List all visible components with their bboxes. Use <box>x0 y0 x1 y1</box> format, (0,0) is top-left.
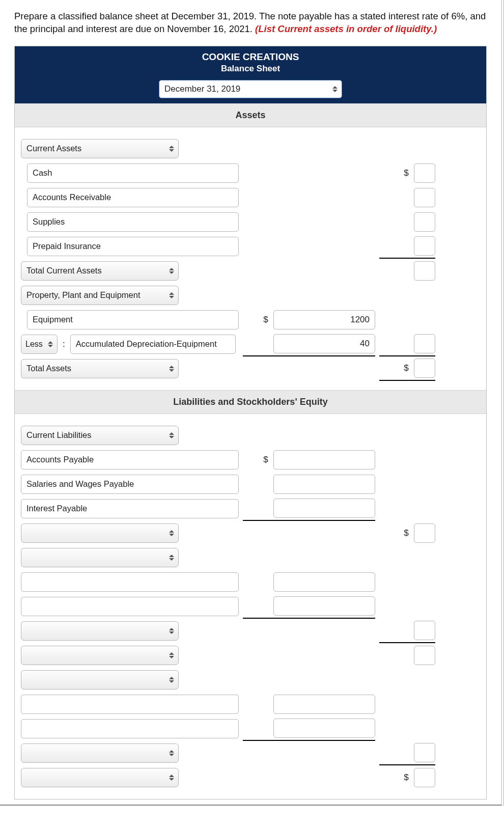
stepper-icon <box>331 84 339 95</box>
select-ta[interactable]: Total Assets <box>21 359 179 378</box>
date-bar: December 31, 2019 <box>15 80 486 103</box>
amount-blank-3[interactable] <box>414 621 435 640</box>
input-ar[interactable]: Accounts Receivable <box>27 188 239 207</box>
input-ip[interactable]: Interest Payable <box>21 499 239 518</box>
input-blank-2[interactable] <box>21 597 239 616</box>
label-ppe: Property, Plant and Equipment <box>26 290 141 300</box>
company-name: COOKIE CREATIONS <box>15 51 486 63</box>
amount-prepaid[interactable] <box>414 236 435 256</box>
amount-tca[interactable] <box>414 261 435 281</box>
label-prepaid: Prepaid Insurance <box>33 241 101 251</box>
select-blank-6[interactable] <box>21 743 179 763</box>
input-cash[interactable]: Cash <box>27 163 239 183</box>
select-current-assets[interactable]: Current Assets <box>21 139 179 158</box>
amount-mid-3[interactable] <box>273 695 375 714</box>
select-blank-5[interactable] <box>21 670 179 689</box>
label-current-assets: Current Assets <box>26 144 81 153</box>
label-equipment: Equipment <box>33 315 73 324</box>
instruction-emph: (List Current assets in order of liquidi… <box>255 23 437 34</box>
stepper-icon <box>167 650 176 661</box>
stepper-icon <box>46 339 54 350</box>
stepper-icon <box>167 552 176 563</box>
input-accdep[interactable]: Accumulated Depreciation-Equipment <box>70 335 236 354</box>
select-less[interactable]: Less <box>21 335 58 354</box>
input-blank-1[interactable] <box>21 572 239 592</box>
input-supplies[interactable]: Supplies <box>27 212 239 232</box>
stepper-icon <box>167 528 176 539</box>
label-tca: Total Current Assets <box>26 266 102 275</box>
dollar-sign: $ <box>402 168 411 178</box>
dollar-sign: $ <box>402 528 411 538</box>
input-blank-3[interactable] <box>21 695 239 714</box>
label-cl: Current Liabilities <box>26 430 91 440</box>
label-ip: Interest Payable <box>26 504 87 513</box>
section-assets: Assets <box>15 103 486 127</box>
dollar-sign: $ <box>402 772 411 783</box>
label-less: Less <box>25 340 43 349</box>
label-supplies: Supplies <box>33 217 65 227</box>
date-value: December 31, 2019 <box>164 84 240 94</box>
stepper-icon <box>167 674 176 685</box>
select-blank-3[interactable] <box>21 621 179 641</box>
amount-ap[interactable] <box>273 450 375 470</box>
amount-blank-4[interactable] <box>414 646 435 665</box>
sheet-header: COOKIE CREATIONS Balance Sheet <box>15 46 486 80</box>
amount-ppe-net[interactable] <box>414 334 435 353</box>
select-tca[interactable]: Total Current Assets <box>21 261 179 281</box>
select-blank-2[interactable] <box>21 548 179 567</box>
select-cl[interactable]: Current Liabilities <box>21 426 179 445</box>
date-select[interactable]: December 31, 2019 <box>159 80 342 98</box>
label-swp: Salaries and Wages Payable <box>26 479 134 489</box>
dollar-sign: $ <box>261 455 270 465</box>
input-prepaid[interactable]: Prepaid Insurance <box>27 237 239 256</box>
label-cash: Cash <box>33 168 52 178</box>
stepper-icon <box>167 143 176 154</box>
select-blank-7[interactable] <box>21 768 179 787</box>
dollar-sign: $ <box>402 363 411 373</box>
amount-mid-1[interactable] <box>273 572 375 592</box>
input-swp[interactable]: Salaries and Wages Payable <box>21 475 239 494</box>
amount-swp[interactable] <box>273 475 375 494</box>
stepper-icon <box>167 625 176 637</box>
amount-supplies[interactable] <box>414 212 435 232</box>
select-ppe[interactable]: Property, Plant and Equipment <box>21 286 179 305</box>
amount-equipment[interactable]: 1200 <box>273 310 375 329</box>
label-accdep: Accumulated Depreciation-Equipment <box>76 339 217 349</box>
amount-ta[interactable] <box>414 358 435 378</box>
stepper-icon <box>167 265 176 277</box>
label-ar: Accounts Receivable <box>33 192 111 202</box>
instruction-text: Prepare a classified balance sheet at De… <box>14 10 487 36</box>
stepper-icon <box>167 430 176 441</box>
amount-mid-2[interactable] <box>273 596 375 616</box>
amount-mid-4[interactable] <box>273 719 375 738</box>
amount-ar[interactable] <box>414 188 435 207</box>
colon: : <box>63 339 65 349</box>
input-ap[interactable]: Accounts Payable <box>21 450 239 470</box>
label-ap: Accounts Payable <box>26 455 94 464</box>
amount-blank-1[interactable] <box>414 523 435 543</box>
dollar-sign: $ <box>261 315 270 325</box>
amount-cash[interactable] <box>414 163 435 183</box>
sheet-title: Balance Sheet <box>15 64 486 74</box>
input-blank-4[interactable] <box>21 719 239 738</box>
label-ta: Total Assets <box>26 364 71 373</box>
select-blank-4[interactable] <box>21 646 179 665</box>
section-liabilities: Liabilities and Stockholders' Equity <box>15 390 486 414</box>
select-blank-1[interactable] <box>21 523 179 543</box>
amount-accdep[interactable]: 40 <box>273 334 375 353</box>
amount-blank-7[interactable] <box>414 768 435 787</box>
balance-sheet: COOKIE CREATIONS Balance Sheet December … <box>14 46 487 799</box>
input-equipment[interactable]: Equipment <box>27 310 239 329</box>
amount-ip[interactable] <box>273 499 375 518</box>
stepper-icon <box>167 290 176 301</box>
stepper-icon <box>167 748 176 759</box>
stepper-icon <box>167 772 176 783</box>
stepper-icon <box>167 363 176 374</box>
amount-blank-6[interactable] <box>414 743 435 762</box>
